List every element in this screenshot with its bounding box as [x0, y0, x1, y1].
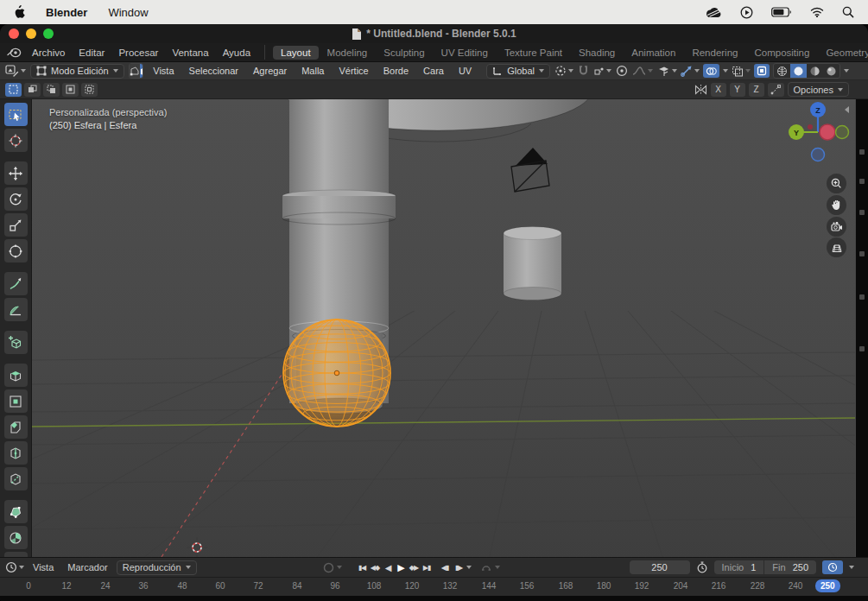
tool-knife[interactable]	[4, 467, 28, 490]
select-intersect-button[interactable]	[81, 83, 98, 97]
tab-geometry-nodes[interactable]: Geometry Nodes	[818, 46, 868, 60]
tab-modeling[interactable]: Modeling	[320, 46, 376, 60]
menubar-app-name[interactable]: Blender	[46, 6, 87, 19]
jump-to-start-button[interactable]: ▮◀	[356, 564, 368, 572]
editor-type-button[interactable]	[5, 65, 26, 77]
vh-menu-cara[interactable]: Cara	[418, 64, 449, 78]
vh-menu-seleccionar[interactable]: Seleccionar	[184, 64, 244, 78]
mirror-y-button[interactable]: Y	[730, 83, 745, 97]
chevron-down-icon[interactable]	[495, 566, 500, 569]
mirror-z-button[interactable]: Z	[749, 83, 764, 97]
gizmo-axis-negx[interactable]	[808, 124, 813, 130]
tool-transform[interactable]	[4, 239, 28, 263]
current-frame-field[interactable]: 250	[630, 560, 690, 574]
shading-rendered-button[interactable]	[823, 64, 839, 78]
tool-add-cube[interactable]	[4, 331, 28, 354]
mirror-x-button[interactable]: X	[711, 83, 726, 97]
select-extend-button[interactable]	[24, 83, 41, 97]
tab-uv-editing[interactable]: UV Editing	[434, 46, 496, 60]
use-preview-range-icon[interactable]	[696, 561, 708, 573]
timeline-ruler[interactable]: 0 12 24 36 48 60 72 84 96 108 120 132 14…	[0, 577, 868, 596]
chevron-down-icon[interactable]	[723, 69, 728, 73]
menu-editar[interactable]: Editar	[72, 46, 111, 60]
show-gizmos-button[interactable]	[657, 66, 677, 77]
zoom-window-button[interactable]	[43, 28, 54, 39]
vh-menu-vertice[interactable]: Vértice	[333, 64, 373, 78]
tool-poly-build[interactable]	[4, 500, 28, 523]
tab-texture-paint[interactable]: Texture Paint	[497, 46, 570, 60]
tab-sculpting[interactable]: Sculpting	[376, 46, 432, 60]
viewport-pan-button[interactable]	[827, 195, 846, 215]
transform-orientation-selector[interactable]: Global	[486, 64, 550, 79]
play-reverse-button[interactable]: ◀	[382, 563, 394, 573]
scene-cylinder-object[interactable]	[504, 227, 561, 300]
overlays-toggle-button[interactable]	[703, 64, 719, 78]
xray-toggle-button[interactable]	[732, 66, 751, 77]
sidebar-collapse-arrow[interactable]	[845, 106, 849, 113]
menubar-window-menu[interactable]: Window	[108, 6, 148, 19]
menu-archivo[interactable]: Archivo	[25, 46, 72, 60]
gizmo-axis-x[interactable]	[820, 124, 835, 140]
next-keyframe-button[interactable]: ◆▶	[408, 564, 420, 572]
close-window-button[interactable]	[9, 28, 19, 39]
vh-menu-uv[interactable]: UV	[453, 64, 477, 78]
tool-bevel[interactable]	[4, 415, 28, 439]
pivot-point-button[interactable]	[554, 65, 573, 77]
proportional-falloff-button[interactable]	[632, 66, 653, 76]
menu-ayuda[interactable]: Ayuda	[216, 46, 257, 60]
window-titlebar[interactable]: * Untitled.blend - Blender 5.0.1	[0, 24, 868, 43]
start-frame-field[interactable]: Inicio 1	[714, 560, 764, 574]
blender-logo-icon[interactable]	[7, 47, 22, 58]
shading-wireframe-button[interactable]	[774, 64, 790, 78]
viewport-perspective-button[interactable]	[827, 237, 846, 257]
timeline-editor-type-button[interactable]	[5, 561, 24, 573]
vh-menu-agregar[interactable]: Agregar	[248, 64, 292, 78]
jump-to-end-button[interactable]: ▶▮	[421, 564, 433, 572]
tab-layout[interactable]: Layout	[273, 46, 319, 60]
cloud-status-icon[interactable]	[705, 7, 722, 18]
timeline-sync-button[interactable]	[822, 560, 843, 574]
end-frame-field[interactable]: Fin 250	[764, 560, 816, 574]
chevron-down-icon[interactable]	[466, 566, 472, 569]
viewport-3d-scene[interactable]	[32, 99, 855, 557]
right-region-edge[interactable]	[856, 99, 868, 557]
tl-menu-vista[interactable]: Vista	[28, 560, 59, 574]
auto-key-record-button[interactable]	[323, 562, 334, 573]
timeline-playhead[interactable]: 250	[815, 579, 840, 592]
select-set-button[interactable]	[5, 83, 22, 97]
tab-shading[interactable]: Shading	[571, 46, 623, 60]
tool-move[interactable]	[4, 161, 28, 185]
viewport-zoom-button[interactable]	[827, 174, 846, 193]
battery-icon[interactable]	[771, 7, 792, 17]
mode-selector[interactable]: Modo Edición	[30, 64, 124, 79]
spotlight-search-icon[interactable]	[842, 6, 854, 18]
scene-sphere-object[interactable]	[283, 319, 390, 427]
menu-ventana[interactable]: Ventana	[165, 46, 215, 60]
wifi-icon[interactable]	[810, 7, 824, 17]
snap-symmetry-button[interactable]	[768, 83, 784, 97]
options-dropdown[interactable]: Opciones	[788, 82, 849, 97]
gizmos-toggle-button[interactable]	[681, 66, 700, 77]
vh-menu-malla[interactable]: Malla	[296, 64, 329, 78]
tool-cursor[interactable]	[4, 129, 28, 152]
select-invert-button[interactable]	[62, 83, 79, 97]
minimize-window-button[interactable]	[26, 28, 36, 39]
next-frame-button[interactable]: ▮▶	[453, 564, 465, 572]
proportional-editing-button[interactable]	[616, 65, 628, 77]
tl-menu-reproduccion[interactable]: Reproducción	[117, 560, 197, 575]
viewport-camera-button[interactable]	[827, 217, 846, 237]
prev-frame-button[interactable]: ◀▮	[439, 564, 451, 572]
tool-extrude-region[interactable]	[4, 364, 28, 387]
tool-measure[interactable]	[4, 298, 28, 321]
tool-annotate[interactable]	[4, 272, 28, 295]
chevron-down-icon[interactable]	[337, 566, 342, 569]
screen-record-icon[interactable]	[740, 6, 753, 19]
chevron-down-icon[interactable]	[844, 69, 849, 73]
play-button[interactable]: ▶	[395, 562, 407, 573]
shading-solid-button[interactable]	[790, 64, 807, 78]
chevron-down-icon[interactable]	[849, 566, 854, 569]
tool-loop-cut[interactable]	[4, 441, 28, 465]
tool-inset-faces[interactable]	[4, 389, 28, 413]
tab-animation[interactable]: Animation	[624, 46, 683, 60]
tab-rendering[interactable]: Rendering	[684, 46, 745, 60]
